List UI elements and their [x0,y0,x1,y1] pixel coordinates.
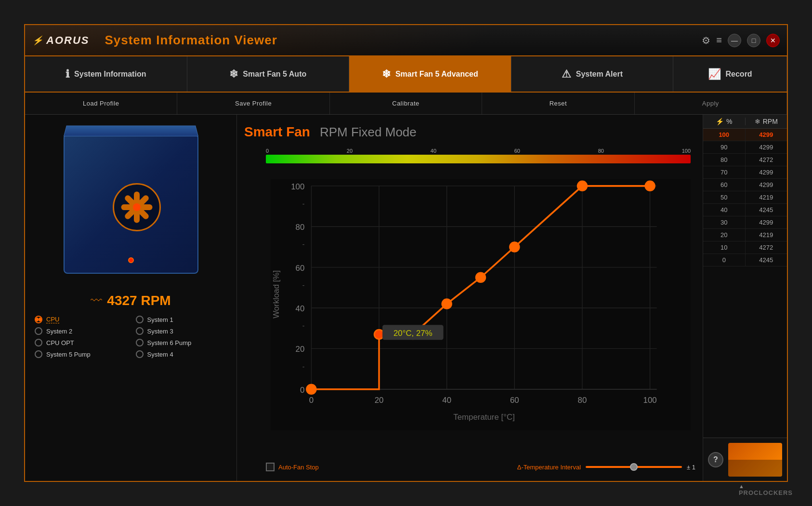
bottom-right-panel: ? [703,438,787,481]
rpm-cell-percent: 40 [703,204,746,216]
tab-system-alert-label: System Alert [576,70,623,79]
rpm-col-fan-icon: ❄ [755,118,760,125]
rpm-cell-percent: 0 [703,254,746,266]
slider-thumb[interactable] [630,463,638,471]
fan-radio-cpu-opt[interactable] [35,339,42,346]
minimize-button[interactable]: — [728,34,741,47]
fan-radio-system6pump[interactable] [136,339,144,346]
fan-option-system4[interactable]: System 4 [136,350,227,358]
load-profile-button[interactable]: Load Profile [25,93,177,114]
table-row: 60 4299 [703,179,787,191]
auto-fan-stop-checkbox[interactable] [266,463,275,471]
logo-area: ⚡ AORUS System Information Viewer [32,33,277,48]
tab-smart-fan-auto[interactable]: ❄ Smart Fan 5 Auto [187,56,350,92]
temp-interval-slider[interactable] [586,466,682,468]
svg-text:80: 80 [296,223,305,232]
svg-text:-: - [302,322,305,330]
fan-label-system3: System 3 [147,328,173,335]
rpm-cell-percent: 50 [703,191,746,203]
alert-icon: ⚠ [562,68,571,80]
fan-radio-system1[interactable] [136,316,144,323]
svg-text:Temperature [°C]: Temperature [°C] [453,413,515,422]
save-profile-button[interactable]: Save Profile [177,93,329,114]
chart-controls: Auto-Fan Stop Δ-Temperature Interval ± 1 [244,463,695,471]
svg-text:80: 80 [578,396,587,405]
fan-option-cpu-opt[interactable]: CPU OPT [35,339,126,346]
rpm-cell-rpm: 4299 [746,129,787,141]
rpm-cell-percent: 60 [703,179,746,191]
table-row: 40 4245 [703,204,787,216]
rpm-cell-rpm: 4219 [746,229,787,241]
smart-fan-title: Smart Fan RPM Fixed Mode [244,124,695,140]
app-title: System Information Viewer [105,33,277,48]
tab-record-label: Record [726,70,752,79]
svg-text:-: - [302,281,305,289]
svg-text:40: 40 [296,304,305,313]
fan-curve-chart[interactable]: 0 20 40 60 80 100 - - - - - Workload [%] [271,171,691,439]
fan-advanced-icon: ❄ [382,68,391,80]
reset-button[interactable]: Reset [482,93,634,114]
rpm-cell-rpm: 4219 [746,191,787,203]
fan-radio-system4[interactable] [136,350,144,358]
table-row: 90 4299 [703,141,787,154]
case-top [64,125,198,136]
fan-option-system3[interactable]: System 3 [136,327,227,335]
fan-radio-cpu[interactable] [35,316,42,323]
main-content: 〰 4327 RPM CPU System 1 System 2 [25,115,787,481]
temp-color-bar [266,155,691,163]
svg-point-38 [577,181,587,191]
left-panel: 〰 4327 RPM CPU System 1 System 2 [25,115,237,481]
rpm-cell-rpm: 4272 [746,154,787,166]
tab-record[interactable]: 📈 Record [673,56,787,92]
fan-option-system1[interactable]: System 1 [136,316,227,323]
maximize-button[interactable]: □ [747,34,760,47]
list-icon[interactable]: ≡ [716,35,722,46]
smart-fan-label: Smart Fan [244,124,310,140]
svg-text:20°C, 27%: 20°C, 27% [393,329,432,338]
tab-smart-fan-advanced-label: Smart Fan 5 Advanced [395,70,478,79]
fan-option-system2[interactable]: System 2 [35,327,126,335]
tab-system-alert[interactable]: ⚠ System Alert [511,56,674,92]
fan-selector: CPU System 1 System 2 System 3 CPU OPT [35,316,227,358]
rpm-cell-percent: 70 [703,166,746,178]
title-bar: ⚡ AORUS System Information Viewer ⚙ ≡ — … [25,25,787,56]
fan-radio-system2[interactable] [35,327,42,335]
settings-icon[interactable]: ⚙ [702,35,710,46]
fan-illustration [113,183,161,231]
pc-case-illustration [49,124,213,283]
tab-smart-fan-auto-label: Smart Fan 5 Auto [243,70,306,79]
tab-smart-fan-advanced[interactable]: ❄ Smart Fan 5 Advanced [349,56,511,92]
rpm-table: ⚡ % ❄ RPM 100 4299 90 4299 [703,115,787,438]
apply-button[interactable]: Apply [635,93,787,114]
center-panel: Smart Fan RPM Fixed Mode 0 20 40 60 80 1… [237,115,703,481]
svg-text:Workload [%]: Workload [%] [272,270,281,319]
svg-point-37 [510,242,519,252]
svg-text:0: 0 [300,386,304,395]
fan-radio-system5pump[interactable] [35,350,42,358]
rpm-cell-percent: 20 [703,229,746,241]
svg-text:-: - [302,200,305,208]
fan-option-system5pump[interactable]: System 5 Pump [35,350,126,358]
svg-text:100: 100 [291,182,304,191]
rpm-col-header-percent: ⚡ % [703,118,746,125]
auto-fan-stop-label: Auto-Fan Stop [278,464,319,471]
fan-label-system2: System 2 [46,328,72,335]
fan-option-cpu[interactable]: CPU [35,316,126,323]
close-button[interactable]: ✕ [766,34,780,47]
calibrate-button[interactable]: Calibrate [330,93,482,114]
rpm-cell-percent: 90 [703,141,746,153]
rpm-display: 〰 4327 RPM [91,293,170,308]
svg-text:60: 60 [296,264,305,273]
fan-radio-system3[interactable] [136,327,144,335]
toolbar: Load Profile Save Profile Calibrate Rese… [25,93,787,115]
table-row: 80 4272 [703,154,787,166]
record-icon: 📈 [708,68,721,80]
indicator-dot [128,257,134,263]
fan-option-system6pump[interactable]: System 6 Pump [136,339,227,346]
rpm-waves-icon: 〰 [91,294,102,307]
tab-system-information[interactable]: ℹ System Information [25,56,187,92]
help-button[interactable]: ? [708,452,723,467]
chart-area[interactable]: 0 20 40 60 80 100 - - - - - Workload [%] [244,166,695,458]
svg-point-35 [442,299,452,309]
rpm-cell-percent: 10 [703,241,746,253]
